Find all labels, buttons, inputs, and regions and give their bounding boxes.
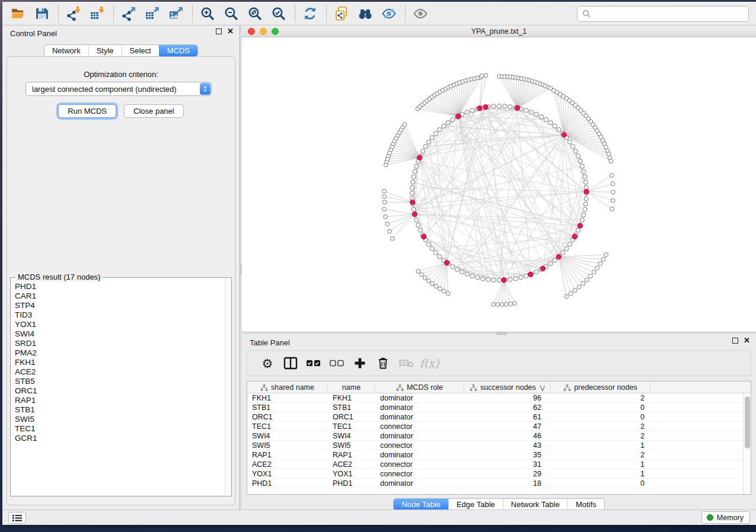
mcds-result-item[interactable]: ORC1 [15, 386, 224, 396]
import-table-button[interactable] [87, 4, 107, 24]
zoom-fit-button[interactable] [245, 4, 265, 24]
mcds-result-group: MCDS result (17 nodes) PHD1CAR1STP4TID3Y… [10, 277, 232, 496]
show-all-columns-button[interactable] [304, 354, 323, 373]
export-image-button[interactable] [166, 4, 186, 24]
zoom-selected-icon [271, 6, 286, 21]
import-network-button[interactable] [63, 4, 84, 24]
close-panel-icon[interactable]: ✕ [744, 338, 750, 344]
column-header-successor-nodes[interactable]: successor nodes⋁ [464, 382, 551, 393]
tab-network-table[interactable]: Network Table [503, 499, 567, 510]
duplicate-network-button[interactable] [331, 4, 352, 24]
criterion-dropdown[interactable]: largest connected component (undirected)… [25, 82, 212, 96]
tab-node-table[interactable]: Node Table [394, 499, 448, 510]
table-row[interactable]: ORC1ORC1dominator610 [247, 412, 743, 422]
main-toolbar [2, 2, 756, 25]
mcds-result-item[interactable]: SRD1 [15, 339, 224, 348]
mcds-result-item[interactable]: YOX1 [15, 320, 224, 329]
table-row[interactable]: RAP1RAP1dominator352 [247, 450, 743, 460]
function-builder-button[interactable]: f(x) [420, 354, 439, 373]
tab-select[interactable]: Select [122, 45, 159, 56]
delete-table-button[interactable] [397, 354, 416, 373]
run-mcds-button[interactable]: Run MCDS [58, 104, 116, 118]
panel-menu-button[interactable] [8, 512, 26, 524]
hide-all-columns-button[interactable] [327, 354, 346, 373]
zoom-out-button[interactable] [221, 4, 241, 24]
mcds-result-item[interactable]: TEC1 [15, 424, 224, 434]
table-rows: FKH1FKH1dominator962STB1STB1dominator620… [247, 393, 743, 494]
table-row[interactable]: PHD1PHD1dominator180 [247, 479, 743, 488]
float-panel-icon[interactable] [216, 28, 222, 34]
column-header-predecessor-nodes[interactable]: predecessor nodes [551, 382, 650, 393]
network-window-titlebar[interactable]: YPA_prune.txt_1 [242, 25, 756, 37]
criterion-value: largest connected component (undirected) [32, 85, 177, 94]
mcds-result-item[interactable]: STP4 [15, 301, 224, 310]
zoom-selected-button[interactable] [269, 4, 289, 24]
table-row[interactable]: STB1STB1dominator620 [247, 403, 743, 412]
fx-icon: f(x) [420, 357, 439, 370]
close-panel-icon[interactable]: ✕ [227, 28, 234, 34]
memory-status-icon [707, 514, 713, 521]
first-neighbors-button[interactable] [355, 4, 375, 24]
search-input[interactable] [595, 9, 744, 18]
trash-icon [377, 357, 389, 370]
mcds-result-list[interactable]: PHD1CAR1STP4TID3YOX1SWI4SRD1PMA2FKH1ACE2… [11, 280, 224, 495]
tab-mcds[interactable]: MCDS [159, 45, 197, 56]
column-header-shared-name[interactable]: shared name [247, 382, 328, 393]
column-selector-icon [283, 357, 298, 370]
mcds-result-item[interactable]: SWI4 [15, 329, 224, 339]
table-row[interactable]: YOX1YOX1connector291 [247, 469, 743, 479]
zoom-in-icon [200, 6, 215, 21]
tab-style[interactable]: Style [88, 45, 122, 56]
table-row[interactable]: SWI5SWI5connector431 [247, 441, 743, 450]
zoom-out-icon [224, 6, 239, 21]
column-header-name[interactable]: name [328, 382, 375, 393]
mcds-result-item[interactable]: SWI5 [15, 415, 224, 424]
zoom-in-button[interactable] [197, 4, 218, 24]
table-row[interactable]: ACE2ACE2connector311 [247, 460, 743, 469]
mcds-result-item[interactable]: ACE2 [15, 367, 224, 377]
table-row[interactable]: SWI4SWI4dominator462 [247, 431, 743, 441]
mcds-result-item[interactable]: RAP1 [15, 396, 224, 405]
open-session-button[interactable] [8, 4, 28, 24]
export-table-button[interactable] [142, 4, 162, 24]
mcds-result-item[interactable]: STB5 [15, 377, 224, 386]
column-header-MCDS-role[interactable]: MCDS role [375, 382, 464, 393]
export-network-icon [121, 6, 136, 21]
table-row[interactable]: FKH1FKH1dominator962 [247, 393, 743, 403]
tab-edge-table[interactable]: Edge Table [448, 499, 503, 510]
hide-selected-button[interactable] [379, 4, 399, 24]
create-column-button[interactable] [350, 354, 369, 373]
plus-icon [354, 357, 366, 369]
search-field[interactable] [577, 6, 749, 22]
export-network-button[interactable] [119, 4, 139, 24]
control-panel-tabs: NetworkStyleSelectMCDS [44, 44, 198, 57]
column-selector-button[interactable] [281, 354, 300, 373]
node-table: shared namenameMCDS rolesuccessor nodes⋁… [247, 381, 751, 495]
mcds-list-scrollbar[interactable] [225, 278, 231, 495]
list-icon [12, 514, 22, 522]
network-view-canvas[interactable] [242, 37, 756, 332]
table-scrollbar[interactable] [743, 393, 751, 494]
show-all-button[interactable] [410, 4, 430, 24]
table-row[interactable]: TEC1TEC1connector472 [247, 422, 743, 431]
tab-network[interactable]: Network [44, 45, 88, 56]
tab-motifs[interactable]: Motifs [567, 499, 604, 510]
float-panel-icon[interactable] [732, 338, 738, 344]
mcds-result-item[interactable]: PMA2 [15, 348, 224, 358]
save-session-button[interactable] [32, 4, 52, 24]
table-settings-button[interactable]: ⚙ [258, 354, 277, 373]
scrollbar-thumb[interactable] [745, 396, 750, 448]
mcds-result-item[interactable]: PHD1 [15, 282, 224, 291]
mcds-result-item[interactable]: STB1 [15, 405, 224, 415]
memory-button[interactable]: Memory [701, 511, 750, 524]
delete-column-button[interactable] [374, 354, 393, 373]
import-network-icon [66, 6, 81, 21]
mcds-result-item[interactable]: FKH1 [15, 358, 224, 367]
mcds-result-item[interactable]: CAR1 [15, 291, 224, 301]
table-panel-tabs: Node TableEdge TableNetwork TableMotifs [393, 498, 604, 511]
mcds-result-item[interactable]: GCR1 [15, 434, 224, 443]
mcds-result-item[interactable]: TID3 [15, 310, 224, 320]
apply-layout-button[interactable] [300, 4, 320, 24]
close-panel-button[interactable]: Close panel [124, 104, 184, 118]
toolbar-separator [295, 5, 295, 22]
